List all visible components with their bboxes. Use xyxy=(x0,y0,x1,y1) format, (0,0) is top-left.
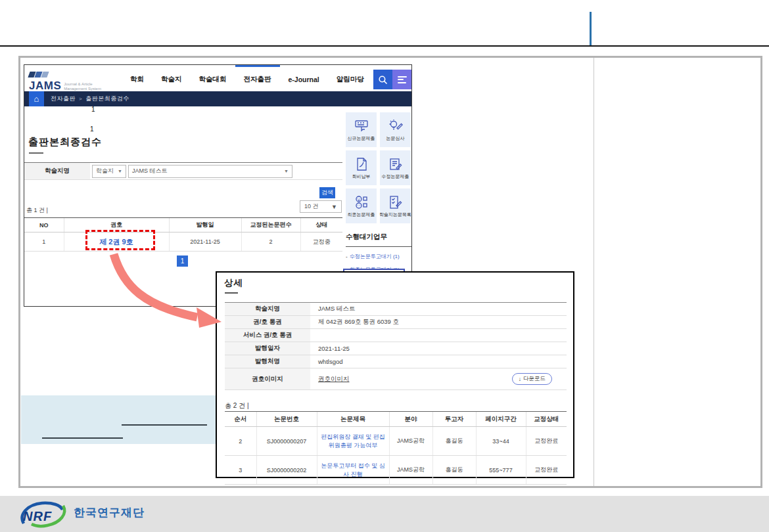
menu-button[interactable] xyxy=(392,70,411,89)
search-button[interactable] xyxy=(373,70,392,89)
cover-image-link[interactable]: 권호이미지 xyxy=(318,375,350,384)
per-page-select[interactable]: 10 건▼ xyxy=(300,200,342,213)
jams-logo-text: JAMS xyxy=(29,80,61,91)
content-column-divider xyxy=(594,58,594,486)
nrf-logo-icon: NRF xyxy=(17,500,72,530)
home-icon[interactable]: ⌂ xyxy=(29,91,44,106)
note-line xyxy=(42,437,123,439)
search-submit-button[interactable]: 검색 xyxy=(319,187,335,198)
jams-screenshot: JAMS Journal & ArticleManagement System … xyxy=(24,64,412,307)
detail-row-service-volume: 서비스 권/호 통권 xyxy=(225,329,567,342)
nav-item-notice[interactable]: 알림마당 xyxy=(328,65,373,91)
stray-number-1: 1 xyxy=(91,106,95,113)
detail-title: 상세 xyxy=(224,277,243,289)
checklist-icon xyxy=(388,194,404,210)
main-nav: 학회 학술지 학술대회 전자출판 e-Journal 알림마당 xyxy=(122,65,373,91)
jams-logo[interactable]: JAMS Journal & ArticleManagement System xyxy=(29,68,101,91)
result-count: 총 1 건 | xyxy=(26,206,48,215)
hamburger-icon xyxy=(398,74,407,85)
quick-menu-sidebar: 신규논문제출 논문심사 회비납부 xyxy=(346,112,411,273)
fee-doc-icon xyxy=(354,156,369,172)
jams-logo-tagline: Journal & ArticleManagement System xyxy=(64,82,101,91)
page-title: 출판본최종검수 xyxy=(28,136,102,148)
jams-logo-diamonds-icon xyxy=(29,68,101,80)
stray-number-2: 1 xyxy=(90,125,94,133)
article-count: 총 2 건 | xyxy=(225,401,249,410)
search-form: 학술지명 학술지▼ JAMS 테스트▼ xyxy=(24,162,342,180)
journal-select[interactable]: JAMS 테스트▼ xyxy=(128,165,292,178)
chevron-down-icon: ▼ xyxy=(331,204,337,210)
tile-final-submission[interactable]: 최종논문제출 xyxy=(346,188,377,223)
header-rule xyxy=(0,45,769,47)
nrf-org-name: 한국연구재단 xyxy=(74,505,145,520)
article-table-header: 순서 논문번호 논문제목 분야 투고자 페이지구간 교정상태 xyxy=(225,412,567,427)
article-title-link[interactable]: 논문투고부터 접수 및 심사 진행 xyxy=(317,462,389,477)
tile-revised-submission[interactable]: 수정논문제출 xyxy=(380,150,411,185)
download-button[interactable]: ↓ 다운로드 xyxy=(512,373,552,385)
issue-table-header: NO 권호 발행일 교정된논문편수 상태 xyxy=(24,218,342,233)
detail-title-underline xyxy=(225,292,238,294)
download-icon: ↓ xyxy=(519,376,521,382)
page: JAMS Journal & ArticleManagement System … xyxy=(0,0,769,532)
top-navbar: JAMS Journal & ArticleManagement System … xyxy=(24,65,411,91)
article-table: 순서 논문번호 논문제목 분야 투고자 페이지구간 교정상태 2 SJ00000… xyxy=(225,411,567,485)
detail-row-cover-image: 권호이미지 권호이미지 ↓ 다운로드 xyxy=(225,368,567,390)
nav-item-ejournal[interactable]: e-Journal xyxy=(280,65,328,91)
search-icon xyxy=(377,74,388,85)
idea-icon xyxy=(388,118,404,134)
chevron-down-icon: ▼ xyxy=(284,169,289,173)
breadcrumb: 전자출판>출판본최종검수 xyxy=(51,95,129,103)
detail-panel: 상세 학술지명 JAMS 테스트 권/호 통권 제 042권 869호 통권 6… xyxy=(216,271,574,478)
footer-bar: NRF 한국연구재단 xyxy=(0,496,769,532)
detail-row-pubdate: 발행일자 2021-11-25 xyxy=(225,342,567,355)
pending-task-revised[interactable]: -수정논문투고대기 (1) xyxy=(346,253,411,260)
journal-type-select[interactable]: 학술지▼ xyxy=(92,165,126,178)
tile-article-list[interactable]: 학술지논문목록 xyxy=(380,188,411,223)
chevron-down-icon: ▼ xyxy=(118,169,122,173)
article-title-link[interactable]: 편집위원장 결재 및 편집위원총평 가능여부 xyxy=(317,433,389,449)
pending-tasks-title: 수행대기업무 xyxy=(346,233,411,247)
breadcrumb-bar: ⌂ 전자출판>출판본최종검수 xyxy=(24,91,411,106)
highlight-box xyxy=(85,230,155,250)
article-row: 3 SJ0000000202 논문투고부터 접수 및 심사 진행 JAMS공학 … xyxy=(225,456,567,485)
pagination-page-1[interactable]: 1 xyxy=(177,255,188,267)
article-row: 2 SJ0000000207 편집위원장 결재 및 편집위원총평 가능여부 JA… xyxy=(225,427,567,456)
detail-row-journal: 학술지명 JAMS 테스트 xyxy=(225,303,567,316)
note-highlight-block xyxy=(21,395,217,444)
issue-table: NO 권호 발행일 교정된논문편수 상태 1 제 2권 9호 2021-11-2… xyxy=(24,217,342,252)
journal-name-label: 학술지명 xyxy=(24,163,90,179)
page-title-underline xyxy=(29,152,43,154)
tile-new-submission[interactable]: 신규논문제출 xyxy=(346,112,377,147)
note-line xyxy=(122,424,207,426)
tile-review[interactable]: 논문심사 xyxy=(380,112,411,147)
issue-row: 1 제 2권 9호 2021-11-25 2 교정중 xyxy=(24,233,342,252)
nav-item-society[interactable]: 학회 xyxy=(122,65,152,91)
nav-item-conference[interactable]: 학술대회 xyxy=(191,65,235,91)
nav-item-epublish[interactable]: 전자출판 xyxy=(235,65,280,91)
detail-row-volume: 권/호 통권 제 042권 869호 통권 6039 호 xyxy=(225,316,567,329)
faces-icon xyxy=(354,194,369,210)
svg-text:NRF: NRF xyxy=(23,509,52,523)
detail-row-publisher: 발행처명 whtlsgod xyxy=(225,355,567,368)
issue-detail-table: 학술지명 JAMS 테스트 권/호 통권 제 042권 869호 통권 6039… xyxy=(225,302,567,390)
header-column-divider xyxy=(590,12,592,46)
nav-item-journal[interactable]: 학술지 xyxy=(152,65,191,91)
edit-doc-icon xyxy=(388,156,404,172)
tile-fee-payment[interactable]: 회비납부 xyxy=(346,150,377,185)
keyboard-icon xyxy=(354,118,369,134)
